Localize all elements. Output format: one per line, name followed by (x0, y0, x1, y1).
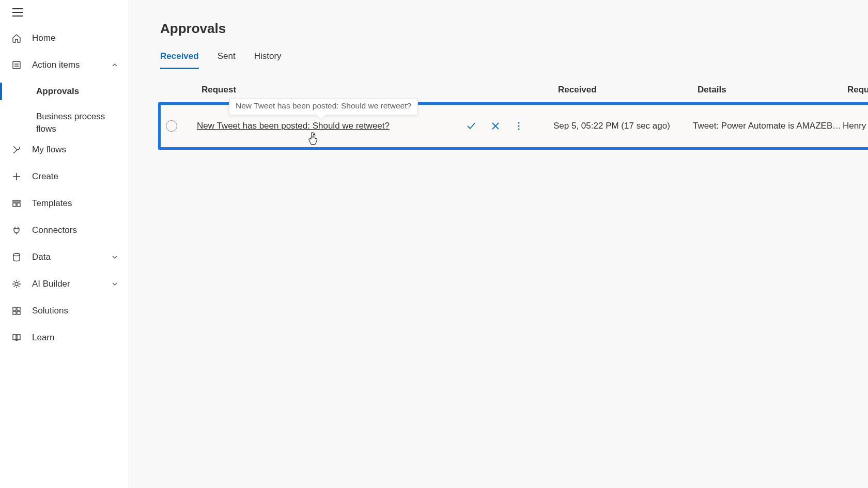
main-content: Approvals Received Sent History Request … (129, 0, 868, 488)
received-cell: Sep 5, 05:22 PM (17 sec ago) (553, 121, 693, 131)
svg-point-4 (13, 254, 20, 256)
svg-rect-7 (17, 307, 20, 310)
svg-rect-6 (13, 307, 16, 310)
chevron-up-icon (111, 61, 118, 69)
sidebar: Home Action items Approvals Business pro… (0, 0, 129, 488)
requester-cell: Henry Legge (843, 121, 868, 131)
home-icon (10, 33, 23, 43)
nav-approvals-label: Approvals (36, 86, 79, 97)
tab-history[interactable]: History (254, 51, 282, 69)
nav-connectors-label: Connectors (32, 225, 77, 235)
page-title: Approvals (160, 21, 868, 37)
svg-rect-0 (13, 61, 20, 69)
svg-rect-8 (13, 311, 16, 314)
svg-point-11 (518, 125, 519, 127)
details-cell: Tweet: Power Automate is AMAZEBA… (693, 121, 843, 131)
nav-action-items-label: Action items (32, 60, 80, 70)
row-select-radio[interactable] (166, 120, 177, 132)
nav-data[interactable]: Data (0, 244, 129, 271)
nav-home-label: Home (32, 33, 55, 43)
nav-connectors[interactable]: Connectors (0, 217, 129, 244)
col-details[interactable]: Details (698, 85, 847, 95)
cursor-pointer-icon (307, 132, 319, 146)
nav-solutions-label: Solutions (32, 306, 68, 316)
tabs: Received Sent History (160, 51, 868, 69)
reject-icon[interactable] (490, 121, 501, 131)
nav-business-process-flows[interactable]: Business process flows (0, 104, 129, 136)
nav-my-flows[interactable]: My flows (0, 136, 129, 163)
nav-action-items[interactable]: Action items (0, 52, 129, 78)
flow-icon (10, 145, 23, 155)
connectors-icon (10, 225, 23, 235)
more-actions-icon[interactable] (514, 121, 523, 131)
database-icon (10, 252, 23, 262)
templates-icon (10, 198, 23, 209)
hamburger-menu-button[interactable] (12, 8, 23, 17)
checklist-icon (10, 60, 23, 70)
tab-received[interactable]: Received (160, 51, 199, 69)
approvals-table: Request Received Details Requester New T… (160, 85, 868, 150)
nav-ai-builder-label: AI Builder (32, 279, 70, 289)
svg-rect-9 (17, 311, 20, 314)
plus-icon (10, 171, 23, 182)
nav-home[interactable]: Home (0, 25, 129, 52)
nav-learn[interactable]: Learn (0, 324, 129, 351)
svg-point-12 (518, 128, 519, 130)
highlighted-row-box: New Tweet has been posted: Should we ret… (158, 102, 868, 150)
nav-templates-label: Templates (32, 198, 72, 209)
table-row[interactable]: New Tweet has been posted: Should we ret… (161, 105, 868, 147)
learn-icon (10, 333, 23, 343)
svg-rect-2 (13, 203, 16, 207)
ai-builder-icon (10, 279, 23, 289)
nav-templates[interactable]: Templates (0, 190, 129, 217)
nav-my-flows-label: My flows (32, 145, 66, 155)
svg-point-10 (518, 122, 519, 123)
svg-point-5 (15, 282, 18, 286)
tab-sent[interactable]: Sent (218, 51, 236, 69)
col-received[interactable]: Received (558, 85, 698, 95)
approve-icon[interactable] (466, 120, 477, 132)
solutions-icon (10, 306, 23, 316)
nav-create-label: Create (32, 171, 58, 182)
col-request[interactable]: Request (202, 85, 491, 95)
nav-ai-builder[interactable]: AI Builder (0, 271, 129, 297)
nav-learn-label: Learn (32, 333, 54, 343)
svg-rect-1 (13, 200, 20, 202)
title-tooltip: New Tweet has been posted: Should we ret… (229, 99, 418, 115)
nav-bpf-label: Business process flows (36, 111, 118, 135)
nav-approvals[interactable]: Approvals (0, 78, 129, 104)
nav-data-label: Data (32, 252, 51, 262)
chevron-down-icon (111, 280, 118, 288)
approval-title-link[interactable]: New Tweet has been posted: Should we ret… (197, 121, 390, 131)
nav-solutions[interactable]: Solutions (0, 297, 129, 324)
svg-rect-3 (17, 203, 20, 207)
nav-create[interactable]: Create (0, 163, 129, 190)
col-requester[interactable]: Requester (847, 85, 868, 95)
chevron-down-icon (111, 254, 118, 261)
